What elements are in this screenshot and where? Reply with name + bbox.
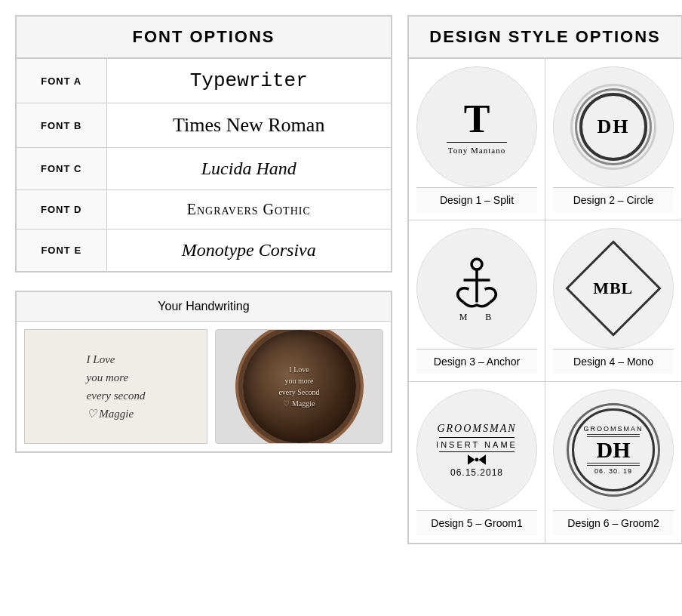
design-6-inner: GROOMSMAN DH 06. 30. 19 — [572, 408, 655, 491]
font-e-sample: Monotype Corsiva — [106, 229, 392, 273]
design-5-top-line — [439, 437, 515, 438]
design-6-preview: GROOMSMAN DH 06. 30. 19 — [553, 390, 674, 510]
design-6-lines-bottom — [587, 463, 640, 466]
design-3-inner: M B — [450, 254, 503, 323]
font-c-label: FONT C — [16, 148, 106, 190]
design-style-title: DESIGN STYLE OPTIONS — [407, 15, 682, 57]
design-4-label: Design 4 – Mono — [553, 349, 674, 374]
bowtie-icon — [468, 454, 486, 465]
design-4-letters: MBL — [593, 279, 633, 298]
design-6-line-1 — [587, 434, 640, 435]
design-1-cell: T Tony Mantano Design 1 – Split — [409, 59, 545, 220]
watch-face: I Loveyou moreevery Second♡ Maggie — [243, 330, 356, 443]
design-1-name: Tony Mantano — [448, 146, 505, 155]
font-b-sample: Times New Roman — [106, 103, 392, 148]
design-6-groomsman: GROOMSMAN — [583, 425, 643, 433]
design-6-line-3 — [587, 463, 640, 464]
font-d-label: FONT D — [16, 190, 106, 229]
design-3-letter-b: B — [485, 312, 494, 323]
design-5-cell: Groomsman Insert Name 06.15.2018 Design … — [409, 382, 545, 543]
design-1-label: Design 1 – Split — [416, 187, 537, 212]
design-3-preview: M B — [416, 228, 537, 349]
design-6-dh: DH — [597, 439, 631, 461]
design-5-insert-name: Insert Name — [436, 440, 518, 449]
design-5-preview: Groomsman Insert Name 06.15.2018 — [416, 390, 537, 510]
watch-text: I Loveyou moreevery Second♡ Maggie — [278, 364, 319, 409]
font-a-sample: Typewriter — [106, 58, 392, 103]
svg-marker-3 — [468, 454, 475, 464]
handwriting-title: Your Handwriting — [17, 292, 391, 322]
handwriting-note: I Loveyou moreevery second♡ Maggie — [24, 329, 207, 444]
design-3-label: Design 3 – Anchor — [416, 349, 537, 374]
font-options-title: FONT OPTIONS — [15, 15, 392, 57]
right-panel: DESIGN STYLE OPTIONS T Tony Mantano Desi… — [407, 15, 682, 601]
handwriting-images: I Loveyou moreevery second♡ Maggie I Lov… — [17, 322, 391, 451]
font-e-label: FONT E — [16, 229, 106, 273]
design-1-letter: T — [464, 100, 490, 139]
left-panel: FONT OPTIONS FONT A Typewriter FONT B Ti… — [15, 15, 392, 601]
svg-point-5 — [475, 457, 479, 461]
table-row: FONT B Times New Roman — [16, 103, 392, 148]
design-4-preview: MBL — [553, 228, 674, 349]
design-3-letter-m: M — [459, 312, 471, 323]
font-c-sample: Lucida Hand — [106, 148, 392, 190]
table-row: FONT E Monotype Corsiva — [16, 229, 392, 273]
font-table: FONT A Typewriter FONT B Times New Roman… — [15, 57, 392, 273]
svg-point-0 — [472, 259, 482, 270]
font-options-section: FONT OPTIONS FONT A Typewriter FONT B Ti… — [15, 15, 392, 273]
design-1-inner: T Tony Mantano — [447, 100, 507, 155]
design-4-cell: MBL Design 4 – Mono — [545, 220, 681, 382]
design-2-label: Design 2 – Circle — [553, 187, 674, 212]
handwriting-section: Your Handwriting I Loveyou moreevery sec… — [15, 291, 392, 453]
design-1-divider — [447, 142, 507, 143]
design-5-label: Design 5 – Groom1 — [416, 510, 537, 535]
watch-image: I Loveyou moreevery Second♡ Maggie — [215, 329, 383, 444]
anchor-icon — [450, 254, 503, 314]
design-3-cell: M B Design 3 – Anchor — [409, 220, 545, 382]
design-5-bottom-line — [439, 451, 515, 452]
design-2-preview: DH — [553, 66, 674, 187]
design-1-preview: T Tony Mantano — [416, 66, 537, 187]
table-row: FONT A Typewriter — [16, 58, 392, 103]
design-2-inner: DH — [579, 93, 647, 161]
design-3-letters-row: M B — [459, 312, 495, 323]
font-b-label: FONT B — [16, 103, 106, 148]
design-5-date: 06.15.2018 — [450, 467, 503, 478]
svg-marker-4 — [478, 454, 486, 464]
handwriting-text: I Loveyou moreevery second♡ Maggie — [87, 350, 146, 423]
design-2-cell: DH Design 2 – Circle — [545, 59, 681, 220]
designs-grid: T Tony Mantano Design 1 – Split DH Desig… — [407, 57, 682, 544]
design-5-groomsman: Groomsman — [437, 423, 516, 435]
design-6-line-4 — [587, 465, 640, 466]
design-6-label: Design 6 – Groom2 — [553, 510, 674, 535]
design-6-date: 06. 30. 19 — [594, 467, 632, 475]
design-4-diamond: MBL — [565, 240, 661, 336]
font-d-sample: Engravers Gothic — [106, 190, 392, 229]
font-a-label: FONT A — [16, 58, 106, 103]
design-5-inner: Groomsman Insert Name 06.15.2018 — [436, 423, 518, 478]
table-row: FONT C Lucida Hand — [16, 148, 392, 190]
table-row: FONT D Engravers Gothic — [16, 190, 392, 229]
design-2-letters: DH — [598, 116, 630, 138]
design-6-cell: GROOMSMAN DH 06. 30. 19 Design 6 – Groom… — [545, 382, 681, 543]
